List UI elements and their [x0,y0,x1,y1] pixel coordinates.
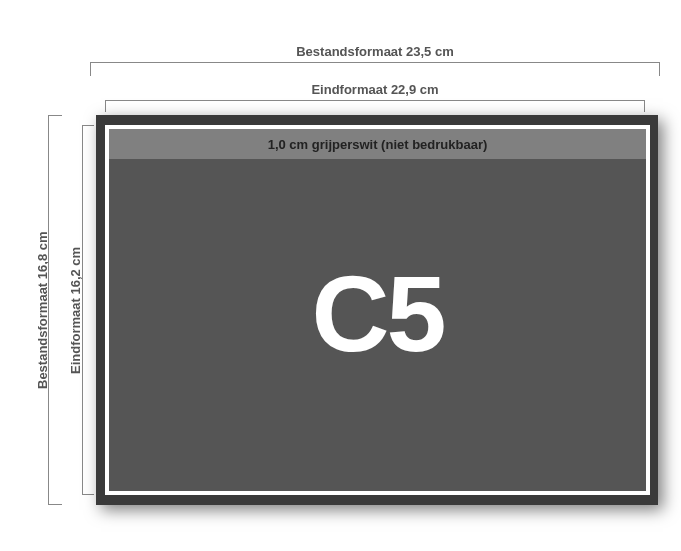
file-format-width-bracket [90,62,660,74]
envelope-bleed-area: 1,0 cm grijperswit (niet bedrukbaar) C5 [96,115,658,505]
gripper-white-text: 1,0 cm grijperswit (niet bedrukbaar) [268,137,488,152]
final-format-width-label: Eindformaat 22,9 cm [105,82,645,97]
envelope-trim-area: 1,0 cm grijperswit (niet bedrukbaar) C5 [105,125,650,495]
gripper-white-band: 1,0 cm grijperswit (niet bedrukbaar) [109,129,646,159]
final-format-height-label: Eindformaat 16,2 cm [68,125,83,495]
final-format-width-bracket [105,100,645,110]
format-code-label: C5 [109,250,646,375]
file-format-width-label: Bestandsformaat 23,5 cm [90,44,660,59]
file-format-height-bracket [48,115,60,505]
final-format-height-bracket [82,125,92,495]
